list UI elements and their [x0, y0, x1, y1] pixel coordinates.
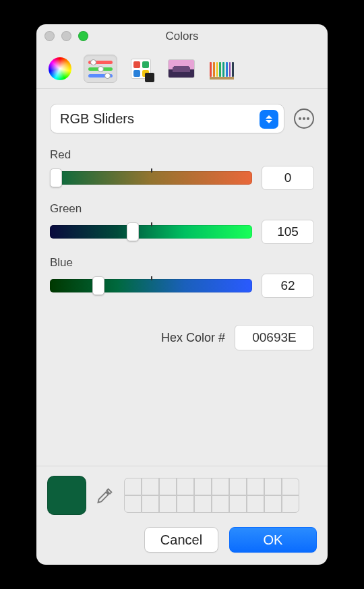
- palette-icon: [131, 59, 151, 79]
- swatch-slot[interactable]: [247, 478, 264, 495]
- green-value-field[interactable]: 105: [262, 220, 314, 244]
- swatch-slot[interactable]: [282, 495, 299, 513]
- footer: Cancel OK: [36, 466, 328, 565]
- window-controls: [44, 31, 88, 41]
- hex-label: Hex Color #: [161, 331, 225, 345]
- green-slider-group: Green 105: [50, 202, 314, 244]
- swatch-slot[interactable]: [282, 478, 299, 495]
- swatch-slot[interactable]: [142, 478, 159, 495]
- eyedropper-icon[interactable]: [96, 486, 115, 505]
- hex-value-field[interactable]: 00693E: [235, 325, 314, 350]
- blue-label: Blue: [50, 256, 314, 270]
- red-slider-group: Red 0: [50, 148, 314, 190]
- swatch-slot[interactable]: [212, 478, 229, 495]
- swatch-slot[interactable]: [177, 495, 194, 513]
- minimize-window-button[interactable]: [61, 31, 71, 41]
- image-palettes-tab[interactable]: [164, 55, 198, 83]
- swatch-slot[interactable]: [124, 478, 142, 495]
- pencils-icon: [210, 58, 234, 80]
- color-sliders-tab[interactable]: [84, 55, 117, 83]
- swatch-slot[interactable]: [159, 478, 177, 495]
- titlebar: Colors: [36, 24, 328, 49]
- color-palettes-tab[interactable]: [124, 55, 158, 83]
- red-slider[interactable]: [50, 171, 252, 185]
- red-value-field[interactable]: 0: [262, 166, 314, 190]
- swatch-slot[interactable]: [229, 495, 247, 513]
- green-slider-thumb[interactable]: [127, 222, 139, 241]
- sliders-panel: RGB Sliders Red 0 Green: [36, 89, 328, 466]
- window-title: Colors: [165, 30, 198, 43]
- swatch-slot[interactable]: [159, 495, 177, 513]
- swatch-slot[interactable]: [229, 478, 247, 495]
- color-wheel-icon: [49, 57, 71, 80]
- blue-value-field[interactable]: 62: [262, 274, 314, 298]
- green-slider[interactable]: [50, 225, 252, 239]
- more-options-button[interactable]: [294, 108, 314, 129]
- current-color-swatch[interactable]: [47, 476, 86, 515]
- cancel-button[interactable]: Cancel: [144, 527, 218, 553]
- swatch-slot[interactable]: [142, 495, 159, 513]
- swatch-slot[interactable]: [264, 495, 282, 513]
- pencils-tab[interactable]: [205, 55, 239, 83]
- saved-swatches[interactable]: [124, 478, 299, 513]
- picker-mode-toolbar: [36, 49, 328, 89]
- chevron-up-down-icon: [260, 110, 278, 129]
- blue-slider[interactable]: [50, 279, 252, 292]
- ok-button[interactable]: OK: [229, 527, 317, 553]
- slider-type-label: RGB Sliders: [60, 111, 134, 127]
- red-slider-thumb[interactable]: [50, 168, 62, 187]
- swatch-slot[interactable]: [194, 478, 212, 495]
- swatch-slot[interactable]: [124, 495, 142, 513]
- sliders-icon: [88, 59, 113, 78]
- zoom-window-button[interactable]: [78, 31, 88, 41]
- image-icon: [168, 59, 195, 78]
- swatch-slot[interactable]: [264, 478, 282, 495]
- color-picker-window: Colors: [36, 24, 328, 565]
- swatch-slot[interactable]: [212, 495, 229, 513]
- swatch-slot[interactable]: [247, 495, 264, 513]
- swatch-slot[interactable]: [177, 478, 194, 495]
- blue-slider-thumb[interactable]: [92, 276, 104, 295]
- close-window-button[interactable]: [44, 31, 55, 41]
- slider-type-popup[interactable]: RGB Sliders: [50, 104, 284, 133]
- green-label: Green: [50, 202, 314, 216]
- swatch-slot[interactable]: [194, 495, 212, 513]
- color-wheel-tab[interactable]: [43, 55, 77, 83]
- blue-slider-group: Blue 62: [50, 256, 314, 298]
- red-label: Red: [50, 148, 314, 162]
